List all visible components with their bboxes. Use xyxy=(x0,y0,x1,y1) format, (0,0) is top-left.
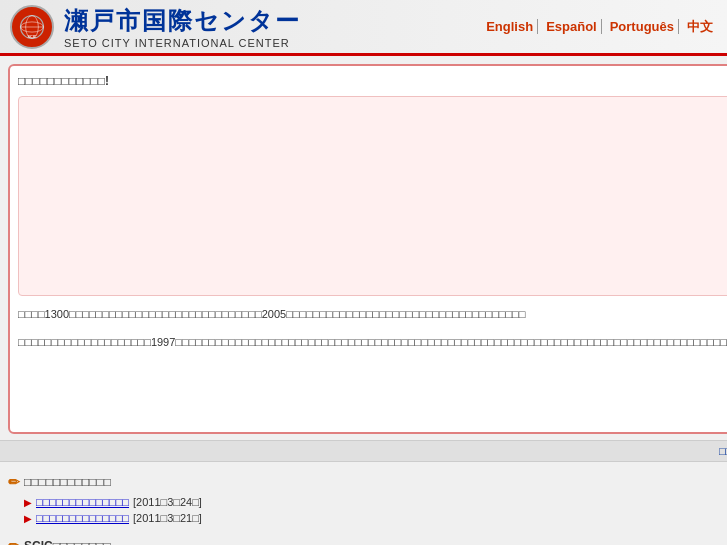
body-text-2: □□□□□□□□□□□□□□□□□□□□1997□□□□□□□□□□□□□□□□… xyxy=(18,334,727,352)
content-area: □□□□□□□□□□□□! □□□□1300□□□□□□□□□□□□□□□□□□… xyxy=(8,64,727,545)
news-section-2-title: ✏ SCIC□□□□□□□□ xyxy=(8,538,727,545)
body-text-1: □□□□1300□□□□□□□□□□□□□□□□□□□□□□□□□□□□□200… xyxy=(18,306,727,324)
jp-title: 瀬戸市国際センター xyxy=(64,5,301,37)
news-link-2[interactable]: □□□□□□□□□□□□□□ xyxy=(36,512,129,524)
news-section-1-title: ✏ □□□□□□□□□□□□ xyxy=(8,474,727,490)
news-item-1: ▶ □□□□□□□□□□□□□□ [2011□3□24□] xyxy=(8,494,727,510)
lang-nav: English Español Português 中文 xyxy=(482,18,717,36)
en-title: SETO CITY INTERNATIONAL CENTER xyxy=(64,37,301,49)
content-inner xyxy=(18,96,727,296)
lang-english[interactable]: English xyxy=(482,19,538,34)
news-section-2: ✏ SCIC□□□□□□□□ xyxy=(8,538,727,545)
news-item-2: ▶ □□□□□□□□□□□□□□ [2011□3□21□] xyxy=(8,510,727,526)
news-date-1: [2011□3□24□] xyxy=(133,496,202,508)
news-section-2-label: SCIC□□□□□□□□ xyxy=(24,539,111,545)
news-section-1: ✏ □□□□□□□□□□□□ ▶ □□□□□□□□□□□□□□ [2011□3□… xyxy=(8,474,727,526)
lang-espanol[interactable]: Español xyxy=(542,19,602,34)
more-link[interactable]: □□□□□□ xyxy=(719,445,727,457)
header: SCIC 瀬戸市国際センター SETO CITY INTERNATIONAL C… xyxy=(0,0,727,56)
main-content-box: □□□□□□□□□□□□! □□□□1300□□□□□□□□□□□□□□□□□□… xyxy=(8,64,727,434)
news-link-1[interactable]: □□□□□□□□□□□□□□ xyxy=(36,496,129,508)
arrow-icon-1: ▶ xyxy=(24,497,32,508)
news-date-2: [2011□3□21□] xyxy=(133,512,202,524)
svg-text:SCIC: SCIC xyxy=(27,35,36,39)
main-wrapper: □□□□□□□□□□□□! □□□□1300□□□□□□□□□□□□□□□□□□… xyxy=(0,56,727,545)
news-section-1-label: □□□□□□□□□□□□ xyxy=(24,475,111,489)
lang-portugues[interactable]: Português xyxy=(606,19,679,34)
logo: SCIC xyxy=(10,5,54,49)
arrow-icon-2: ▶ xyxy=(24,513,32,524)
header-left: SCIC 瀬戸市国際センター SETO CITY INTERNATIONAL C… xyxy=(10,5,301,49)
lang-chinese[interactable]: 中文 xyxy=(683,18,717,36)
more-bar: □□□□□□ xyxy=(0,440,727,462)
main-box-title: □□□□□□□□□□□□! xyxy=(18,74,727,88)
header-title: 瀬戸市国際センター SETO CITY INTERNATIONAL CENTER xyxy=(64,5,301,49)
pencil-icon-1: ✏ xyxy=(8,474,20,490)
pencil-icon-2: ✏ xyxy=(8,538,20,545)
